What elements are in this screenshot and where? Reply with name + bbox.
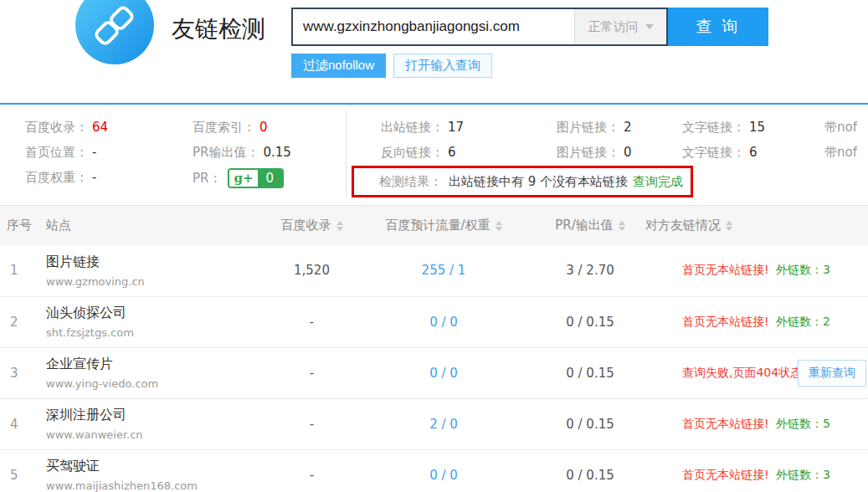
chain-link-icon bbox=[75, 0, 154, 64]
status-warning: 首页无本站链接! bbox=[682, 315, 769, 328]
open-input-query-button[interactable]: 打开输入查询 bbox=[393, 54, 492, 78]
filter-nofollow-button[interactable]: 过滤nofollow bbox=[291, 54, 386, 78]
search-box: 正常访问 bbox=[291, 8, 668, 46]
traffic-weight-link[interactable]: 2 / 0 bbox=[429, 417, 458, 432]
stat-baidu-included: 百度收录：64 bbox=[25, 120, 108, 136]
sort-icon[interactable] bbox=[496, 221, 502, 231]
col-header-traffic-weight[interactable]: 百度预计流量/权重 bbox=[347, 206, 540, 245]
search-bar: 正常访问 查 询 bbox=[291, 8, 768, 46]
site-url: www.gzmoving.cn bbox=[46, 275, 276, 288]
stat-baidu-index: 百度索引：0 bbox=[193, 120, 268, 136]
pr-output-cell: 0 / 0.15 bbox=[540, 347, 640, 398]
query-button[interactable]: 查 询 bbox=[668, 8, 768, 46]
chevron-down-icon bbox=[645, 24, 654, 29]
outlink-count: 外链数：3 bbox=[776, 468, 830, 481]
stat-image-links-back: 图片链接：0 bbox=[557, 145, 632, 161]
baidu-included-cell: - bbox=[276, 449, 347, 492]
traffic-weight-cell: 2 / 0 bbox=[347, 398, 540, 449]
traffic-weight-cell: 0 / 0 bbox=[347, 347, 540, 398]
site-name: 深圳注册公司 bbox=[46, 407, 276, 424]
site-url: www.maijiashizhen168.com bbox=[46, 479, 276, 492]
pr-output-cell: 0 / 0.15 bbox=[540, 449, 640, 492]
baidu-included-cell: - bbox=[276, 347, 347, 398]
baidu-included-cell: - bbox=[276, 296, 347, 347]
pr-output-cell: 0 / 0.15 bbox=[540, 398, 640, 449]
site-cell: 深圳注册公司 www.wanweier.cn bbox=[38, 398, 276, 449]
result-status: 查询完成 bbox=[633, 174, 683, 190]
link-status-cell: 首页无本站链接! 外链数：3 bbox=[640, 449, 868, 492]
site-url: www.wanweier.cn bbox=[46, 428, 276, 441]
col-header-link-status[interactable]: 对方友链情况 bbox=[640, 206, 868, 245]
stat-text-links-out: 文字链接：15 bbox=[682, 120, 765, 136]
site-url: www.ying-viedo.com bbox=[46, 377, 276, 390]
google-pr-badge: g+0 bbox=[228, 168, 284, 188]
traffic-weight-cell: 0 / 0 bbox=[347, 296, 540, 347]
requery-button[interactable]: 重新查询 bbox=[798, 360, 866, 387]
page-title: 友链检测 bbox=[172, 13, 265, 45]
result-text: 出站链接中有 9 个没有本站链接 bbox=[449, 174, 628, 190]
status-warning: 首页无本站链接! bbox=[682, 417, 769, 430]
access-mode-dropdown[interactable]: 正常访问 bbox=[574, 9, 666, 44]
stat-nofollow-out: 带nof bbox=[824, 120, 857, 136]
access-mode-value: 正常访问 bbox=[588, 19, 639, 35]
link-status-cell: 首页无本站链接! 外链数：3 bbox=[640, 245, 868, 296]
col-header-baidu-included[interactable]: 百度收录 bbox=[276, 206, 347, 245]
stat-nofollow-back: 带nof bbox=[824, 145, 857, 161]
status-warning: 首页无本站链接! bbox=[682, 468, 769, 481]
results-table: 序号 站点 百度收录 百度预计流量/权重 PR/输出值 对方友链情况 bbox=[0, 205, 868, 492]
site-cell: 汕头侦探公司 sht.fzsjztgs.com bbox=[38, 296, 276, 347]
traffic-weight-link[interactable]: 0 / 0 bbox=[429, 468, 458, 483]
friend-link-checker-page: 友链检测 正常访问 查 询 过滤nofollow 打开输入查询 百度收录：64 … bbox=[0, 0, 868, 492]
pr-output-cell: 3 / 2.70 bbox=[540, 245, 640, 296]
result-label: 检测结果： bbox=[379, 174, 442, 190]
traffic-weight-cell: 255 / 1 bbox=[347, 245, 540, 296]
stat-pr-output: PR输出值：0.15 bbox=[193, 145, 291, 161]
sort-icon[interactable] bbox=[336, 221, 343, 231]
traffic-weight-link[interactable]: 0 / 0 bbox=[429, 366, 458, 381]
pr-output-cell: 0 / 0.15 bbox=[540, 296, 640, 347]
sort-icon[interactable] bbox=[619, 221, 625, 231]
sort-icon[interactable] bbox=[726, 221, 732, 231]
table-row: 5 买驾驶证 www.maijiashizhen168.com - 0 / 0 … bbox=[0, 449, 868, 492]
site-cell: 图片链接 www.gzmoving.cn bbox=[38, 245, 276, 296]
col-header-index: 序号 bbox=[0, 206, 38, 245]
status-warning: 首页无本站链接! bbox=[682, 263, 769, 276]
table-row: 3 企业宣传片 www.ying-viedo.com - 0 / 0 0 / 0… bbox=[0, 347, 868, 398]
col-header-site: 站点 bbox=[38, 206, 276, 245]
stat-image-links-out: 图片链接：2 bbox=[557, 120, 632, 136]
outlink-count: 外链数：2 bbox=[776, 315, 830, 328]
link-status-cell: 首页无本站链接! 外链数：2 bbox=[640, 296, 868, 347]
stat-outbound-links: 出站链接：17 bbox=[381, 120, 464, 136]
table-row: 1 图片链接 www.gzmoving.cn 1,520 255 / 1 3 /… bbox=[0, 245, 868, 296]
site-name: 汕头侦探公司 bbox=[46, 305, 276, 322]
col-header-pr-output[interactable]: PR/输出值 bbox=[540, 206, 640, 245]
site-cell: 买驾驶证 www.maijiashizhen168.com bbox=[38, 449, 276, 492]
baidu-included-cell: 1,520 bbox=[276, 245, 347, 296]
site-name: 企业宣传片 bbox=[46, 356, 276, 373]
row-index: 5 bbox=[0, 449, 38, 492]
link-status-cell: 首页无本站链接! 外链数：5 bbox=[640, 398, 868, 449]
row-index: 2 bbox=[0, 296, 38, 347]
outlink-count: 外链数：3 bbox=[776, 263, 830, 276]
baidu-included-cell: - bbox=[276, 398, 347, 449]
table-row: 2 汕头侦探公司 sht.fzsjztgs.com - 0 / 0 0 / 0.… bbox=[0, 296, 868, 347]
site-url: sht.fzsjztgs.com bbox=[46, 326, 276, 339]
stats-panel: 百度收录：64 首页位置：- 百度权重：- 百度索引：0 PR输出值：0.15 … bbox=[0, 105, 868, 207]
table-row: 4 深圳注册公司 www.wanweier.cn - 2 / 0 0 / 0.1… bbox=[0, 398, 868, 449]
stat-home-position: 首页位置：- bbox=[25, 145, 96, 161]
detection-result-box: 检测结果： 出站链接中有 9 个没有本站链接 查询完成 bbox=[352, 166, 693, 197]
site-name: 买驾驶证 bbox=[46, 458, 276, 475]
row-index: 3 bbox=[0, 347, 38, 398]
stat-backlinks: 反向链接：6 bbox=[381, 145, 456, 161]
outlink-count: 外链数：5 bbox=[776, 417, 830, 430]
traffic-weight-cell: 0 / 0 bbox=[347, 449, 540, 492]
url-input[interactable] bbox=[293, 9, 574, 44]
stat-baidu-weight: 百度权重：- bbox=[25, 170, 96, 186]
traffic-weight-link[interactable]: 0 / 0 bbox=[429, 315, 458, 330]
sub-buttons: 过滤nofollow 打开输入查询 bbox=[291, 54, 492, 78]
site-name: 图片链接 bbox=[46, 254, 276, 271]
status-warning: 查询失败,页面404状态! bbox=[682, 366, 807, 379]
traffic-weight-link[interactable]: 255 / 1 bbox=[422, 263, 466, 278]
link-status-cell: 查询失败,页面404状态! 重新查询 bbox=[640, 347, 868, 398]
stat-pr: PR：g+0 bbox=[193, 168, 284, 188]
